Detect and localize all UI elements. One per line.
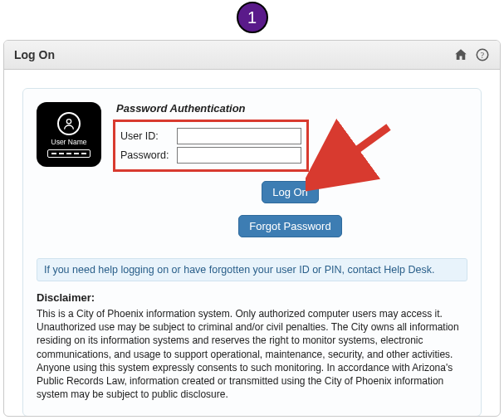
password-mask-icon [47,149,91,158]
user-icon [57,112,81,135]
home-icon[interactable] [453,47,468,62]
userid-label: User ID: [120,130,172,142]
disclaimer-body: This is a City of Phoenix information sy… [37,307,467,401]
logon-panel: Log On ? [3,40,501,417]
svg-point-3 [66,119,71,123]
step-badge: 1 [237,2,268,33]
panel-body: User Name Password Authentication User I… [4,70,500,417]
userid-input[interactable] [177,128,301,144]
forgot-password-button[interactable]: Forgot Password [238,215,341,237]
header-icons: ? [453,47,490,62]
user-tile: User Name [37,102,101,167]
disclaimer-heading: Disclaimer: [37,291,467,304]
credentials-highlight: User ID: Password: [113,120,309,172]
page-title: Log On [14,48,55,61]
logon-button[interactable]: Log On [262,181,319,203]
user-tile-label: User Name [51,138,87,146]
help-text: If you need help logging on or have forg… [37,258,467,281]
auth-card: User Name Password Authentication User I… [22,88,482,417]
password-label: Password: [120,149,172,161]
auth-heading: Password Authentication [116,102,467,115]
svg-text:?: ? [481,51,484,60]
auth-form: Password Authentication User ID: Passwor… [113,102,467,240]
step-number: 1 [247,8,257,27]
panel-header: Log On ? [4,41,500,70]
password-input[interactable] [177,147,301,164]
help-icon[interactable]: ? [475,47,490,62]
